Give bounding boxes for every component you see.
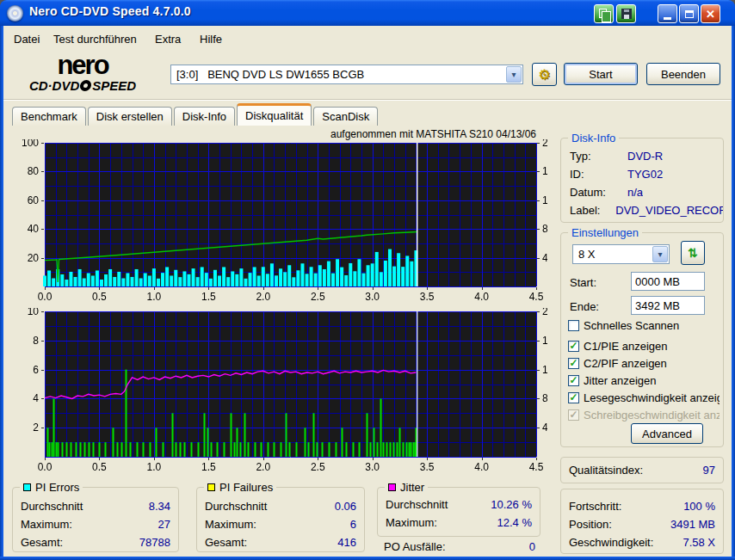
maximize-icon xyxy=(685,10,694,18)
checkbox-write-speed: Schreibgeschwindigkeit anzeigen xyxy=(568,408,720,422)
settings-title: Einstellungen xyxy=(568,226,642,239)
start-position-input[interactable] xyxy=(631,272,705,291)
nero-logo: nero CD·DVD SPEED xyxy=(14,52,151,92)
checkbox-icon xyxy=(568,392,579,403)
disk-info-row: Label:DVD_VIDEO_RECORDER xyxy=(561,201,723,219)
drive-select-value: [3:0] BENQ DVD LS DW1655 BCGB xyxy=(171,68,506,81)
window-frame-bottom xyxy=(0,557,735,560)
quality-index-panel: Qualitätsindex: 97 xyxy=(560,457,724,483)
logo-speed-text: SPEED xyxy=(92,79,136,92)
stat-row: Durchschnitt10.26 % xyxy=(378,495,540,514)
po-failures-value: 0 xyxy=(529,540,535,553)
drive-select[interactable]: [3:0] BENQ DVD LS DW1655 BCGB xyxy=(170,65,523,84)
scan-speed-select[interactable]: 8 X xyxy=(572,244,670,264)
stat-row: Gesamt:416 xyxy=(197,533,364,551)
disk-info-row: ID:TYG02 xyxy=(561,165,723,183)
disc-icon xyxy=(79,80,92,91)
stat-row: Maximum:12.4 % xyxy=(378,514,540,532)
tab-benchmark[interactable]: Benchmark xyxy=(12,107,86,126)
menu-extra[interactable]: Extra xyxy=(151,31,184,47)
end-position-input[interactable] xyxy=(631,296,705,315)
advanced-button[interactable]: Advanced xyxy=(631,423,703,444)
app-cd-icon xyxy=(7,5,23,22)
app-window: Nero CD-DVD Speed 4.7.0.0 Datei Test dur… xyxy=(0,0,735,560)
tab-scandisk[interactable]: ScanDisk xyxy=(313,107,378,126)
window-title: Nero CD-DVD Speed 4.7.0.0 xyxy=(29,4,191,18)
options-button[interactable]: ⚙ xyxy=(532,63,557,86)
toolbar-separator xyxy=(3,99,732,101)
checkbox-read-speed[interactable]: Lesegeschwindigkeit anzeigen xyxy=(568,391,720,404)
stat-row: Maximum:6 xyxy=(197,515,364,533)
chevron-down-icon[interactable] xyxy=(652,246,668,262)
checkbox-fast-scan[interactable]: Schnelles Scannen xyxy=(568,318,720,332)
po-failures-label: PO Ausfälle: xyxy=(384,540,446,553)
pi-errors-title: PI Errors xyxy=(35,481,79,494)
menu-datei[interactable]: Datei xyxy=(10,31,43,47)
stat-row: Gesamt:78788 xyxy=(13,533,178,551)
pi-failures-panel: PI Failures Durchschnitt0.06 Maximum:6 G… xyxy=(196,487,365,552)
disk-info-row: Typ:DVD-R xyxy=(561,147,723,165)
start-field-label: Start: xyxy=(570,276,596,289)
progress-panel: Fortschritt:100 % Position:3491 MB Gesch… xyxy=(560,489,724,554)
start-button[interactable]: Start xyxy=(564,63,638,85)
window-frame-right xyxy=(732,26,735,560)
menu-bar: Datei Test durchführen Extra Hilfe xyxy=(3,26,732,50)
progress-row: Fortschritt:100 % xyxy=(561,497,723,515)
copy-icon xyxy=(599,9,607,18)
stat-row: Durchschnitt8.34 xyxy=(13,497,178,515)
disk-info-title: Disk-Info xyxy=(568,132,619,145)
menu-test-durchfuehren[interactable]: Test durchführen xyxy=(50,31,140,47)
pi-errors-speed-chart xyxy=(12,139,547,305)
pi-failures-jitter-chart xyxy=(12,308,547,475)
tab-disk-info[interactable]: Disk-Info xyxy=(174,107,235,126)
logo-cddvd-text: CD·DVD xyxy=(29,79,79,92)
progress-row: Geschwindigkeit:7.58 X xyxy=(561,533,723,551)
jitter-legend-swatch xyxy=(388,483,396,491)
window-frame-left xyxy=(0,26,3,560)
title-bar[interactable]: Nero CD-DVD Speed 4.7.0.0 xyxy=(0,0,735,26)
save-button[interactable] xyxy=(616,4,636,23)
nero-logo-text: nero xyxy=(14,52,151,78)
quit-button[interactable]: Beenden xyxy=(646,63,720,85)
jitter-title: Jitter xyxy=(400,481,424,494)
checkbox-c2-pif[interactable]: C2/PIF anzeigen xyxy=(568,356,720,370)
chevron-down-icon[interactable] xyxy=(506,66,522,83)
refresh-icon: ⇅ xyxy=(688,246,698,260)
scan-speed-value: 8 X xyxy=(573,248,652,261)
menu-hilfe[interactable]: Hilfe xyxy=(196,31,225,47)
disk-info-row: Datum:n/a xyxy=(561,183,723,201)
disk-info-panel: Disk-Info Typ:DVD-R ID:TYG02 Datum:n/a L… xyxy=(560,138,724,223)
tab-bar: Benchmark Disk erstellen Disk-Info Diskq… xyxy=(12,103,380,126)
chart-recorded-with-label: aufgenommen mit MATSHITA S210 04/13/06 xyxy=(12,128,536,140)
end-field-label: Ende: xyxy=(570,300,599,313)
progress-row: Position:3491 MB xyxy=(561,515,723,533)
checkbox-jitter[interactable]: Jitter anzeigen xyxy=(568,373,720,387)
gear-icon: ⚙ xyxy=(538,66,550,83)
refresh-button[interactable]: ⇅ xyxy=(681,241,705,265)
checkbox-icon xyxy=(568,341,579,352)
minimize-icon xyxy=(664,17,671,20)
pi-failures-legend-swatch xyxy=(207,483,215,491)
stat-row: Maximum:27 xyxy=(13,515,178,533)
quality-index-label: Qualitätsindex: xyxy=(569,458,643,483)
tab-disk-erstellen[interactable]: Disk erstellen xyxy=(88,107,172,126)
close-button[interactable] xyxy=(701,4,720,23)
checkbox-icon xyxy=(568,320,579,331)
checkbox-icon xyxy=(568,409,579,421)
minimize-button[interactable] xyxy=(658,4,677,23)
jitter-panel: Jitter Durchschnitt10.26 % Maximum:12.4 … xyxy=(377,487,540,537)
floppy-save-icon xyxy=(621,9,632,19)
checkbox-icon xyxy=(568,358,579,369)
pi-errors-legend-swatch xyxy=(23,483,31,491)
tab-diskqualitaet[interactable]: Diskqualität xyxy=(237,103,312,126)
checkbox-c1-pie[interactable]: C1/PIE anzeigen xyxy=(568,339,720,353)
quality-index-value: 97 xyxy=(703,458,715,483)
po-failures-row: PO Ausfälle: 0 xyxy=(384,540,535,553)
pi-failures-title: PI Failures xyxy=(219,481,273,494)
maximize-button[interactable] xyxy=(679,4,699,23)
copy-to-clipboard-button[interactable] xyxy=(594,4,614,23)
checkbox-icon xyxy=(568,375,579,386)
close-icon xyxy=(706,6,715,22)
pi-errors-panel: PI Errors Durchschnitt8.34 Maximum:27 Ge… xyxy=(12,487,179,552)
stat-row: Durchschnitt0.06 xyxy=(197,497,364,515)
